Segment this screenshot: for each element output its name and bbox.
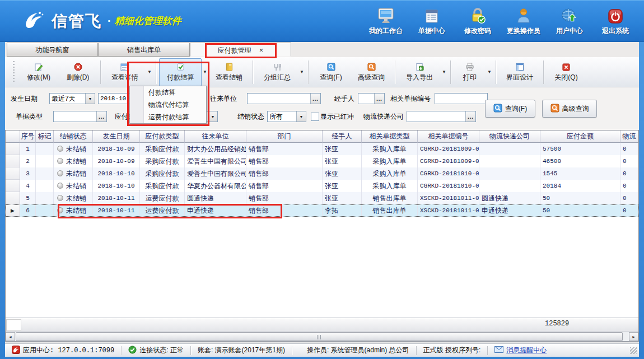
nav-label: 修改密码 <box>464 26 491 36</box>
nav-switch-operator[interactable]: 更换操作员 <box>501 4 547 36</box>
status-text: 正式版 授权序列号: <box>423 346 481 355</box>
chevron-down-icon[interactable]: ▼ <box>208 111 217 122</box>
cell-date: 2018-10-10 <box>93 167 140 180</box>
scrollbar-thumb[interactable] <box>16 332 623 341</box>
table-row[interactable]: 1未结销2018-10-09采购应付款财大办公用品经销处销售部张亚采购入库单CG… <box>6 143 638 155</box>
column-header[interactable]: 结销状态 <box>54 130 93 143</box>
column-header[interactable]: 相关单据编号 <box>418 130 479 143</box>
tab-payables-active[interactable]: 应付款管理× <box>190 43 291 57</box>
brand-separator: · <box>108 15 111 27</box>
show-red-flush-label: 显示已红冲 <box>320 111 354 122</box>
payment-settle-dropdown-arrow[interactable]: ▼ <box>202 59 208 85</box>
group-summary-dropdown-arrow[interactable]: ▼ <box>298 59 305 85</box>
nav-user-center[interactable]: 用户中心 <box>547 4 592 36</box>
button-label: 删除(D) <box>67 73 90 82</box>
cell-mark <box>36 204 54 217</box>
row-selector-header[interactable] <box>6 130 20 143</box>
tab-label: 功能导航窗 <box>36 46 69 54</box>
cell-status: 未结销 <box>54 180 93 192</box>
cell-date: 2018-10-11 <box>93 192 140 204</box>
tab-sales-outbound[interactable]: 销售出库单 <box>98 43 190 57</box>
menu-item-logistics-agent-settle[interactable]: 物流代付结算 <box>130 99 206 111</box>
modify-button[interactable]: 修改(M) <box>19 58 58 86</box>
column-header[interactable]: 标记 <box>36 130 54 143</box>
message-center-link[interactable]: 消息提醒中心 <box>506 346 547 355</box>
status-message-center[interactable]: 消息提醒中心 <box>488 346 553 355</box>
scroll-right-arrow-icon[interactable]: ► <box>629 332 638 341</box>
table-row[interactable]: 2未结销2018-10-09采购应付款爱普生中国有限公司销售部张亚采购入库单CG… <box>6 155 638 167</box>
toolbar-separator <box>156 60 156 84</box>
import-export-button[interactable]: 导入导出 <box>398 58 441 86</box>
print-dropdown-arrow[interactable]: ▼ <box>486 59 493 85</box>
row-selector-cell[interactable] <box>6 192 20 204</box>
table-row[interactable]: 4未结销2018-10-10采购应付款华夏办公器材有限公司销售部张亚采购入库单C… <box>6 180 638 192</box>
table-row[interactable]: ▶6未结销2018-10-11运费应付款申通快递销售部李拓销售出库单XSCKD-… <box>6 204 638 217</box>
settle-status-ball-icon <box>57 170 63 176</box>
cell-dept: 销售部 <box>246 155 323 167</box>
ui-design-button[interactable]: 界面设计 <box>499 58 540 86</box>
current-row-marker-icon[interactable]: ▶ <box>6 204 20 217</box>
unit-input[interactable]: … <box>247 93 321 104</box>
scroll-left-arrow-icon[interactable]: ◄ <box>6 332 15 341</box>
settle-status-combo[interactable]: 所有 ▼ <box>267 111 306 122</box>
table-row[interactable]: 5未结销2018-10-11运费应付款圆通快递销售部张亚销售出库单XSCKD-2… <box>6 192 638 204</box>
chevron-down-icon[interactable]: ▼ <box>85 94 95 104</box>
advanced-query-button[interactable]: 高级查询 <box>351 58 392 86</box>
nav-change-password[interactable]: 修改密码 <box>455 4 501 36</box>
nav-my-workbench[interactable]: 我的工作台 <box>363 4 409 36</box>
unit-picker-button[interactable]: … <box>310 94 320 104</box>
view-settled-button[interactable]: 查看结销 <box>208 58 250 86</box>
nav-exit-system[interactable]: 退出系统 <box>592 4 638 36</box>
menu-item-freight-payment-settle[interactable]: 运费付款结算 <box>130 111 206 123</box>
view-detail-dropdown-arrow[interactable]: ▼ <box>146 59 153 85</box>
show-red-flush-checkbox[interactable] <box>311 113 319 121</box>
print-button[interactable]: 打印 <box>454 58 486 86</box>
column-header[interactable]: 经手人 <box>323 130 362 143</box>
horizontal-scrollbar[interactable]: ◄ ► <box>6 331 638 341</box>
table-row[interactable]: 3未结销2018-10-10采购应付款爱普生中国有限公司销售部张亚采购入库单CG… <box>6 167 638 180</box>
rel-no-input[interactable] <box>435 93 488 104</box>
row-selector-cell[interactable] <box>6 155 20 167</box>
doc-type-picker-button[interactable]: … <box>96 111 106 122</box>
chevron-down-icon[interactable]: ▼ <box>296 111 306 122</box>
nav-document-center[interactable]: 单据中心 <box>409 4 455 36</box>
group-summary-button[interactable]: 分组汇总 <box>256 58 298 86</box>
column-header[interactable]: 往来单位 <box>185 130 246 143</box>
row-selector-cell[interactable] <box>6 143 20 155</box>
status-app-center: 应用中心: 127.0.0.1:7099 <box>5 346 121 355</box>
column-header[interactable]: 应付款类型 <box>140 130 185 143</box>
cell-unit: 爱普生中国有限公司 <box>185 155 246 167</box>
menu-item-payment-settle[interactable]: 付款结算 <box>130 86 206 99</box>
column-header[interactable]: 物流快递公司 <box>479 130 540 143</box>
column-header[interactable]: 相关单据类型 <box>362 130 418 143</box>
handler-input[interactable]: … <box>358 93 385 104</box>
column-header[interactable]: 发生日期 <box>93 130 140 143</box>
handler-picker-button[interactable]: … <box>374 94 384 104</box>
settle-status-ball-icon <box>57 183 63 189</box>
cell-type: 运费应付款 <box>140 204 185 217</box>
date-range-combo[interactable]: 最近7天 ▼ <box>49 93 95 104</box>
settle-status-text: 未结销 <box>66 194 86 202</box>
toolbar-separator <box>496 60 496 84</box>
logistics-company-input[interactable]: … <box>407 111 476 122</box>
connection-ok-icon <box>128 346 137 356</box>
delete-button[interactable]: 删除(D) <box>58 58 97 86</box>
tab-function-nav[interactable]: 功能导航窗 <box>7 43 98 57</box>
row-selector-cell[interactable] <box>6 180 20 192</box>
row-selector-cell[interactable] <box>6 167 20 180</box>
button-label: 修改(M) <box>27 73 50 82</box>
column-header[interactable]: 部门 <box>246 130 323 143</box>
import-export-dropdown-arrow[interactable]: ▼ <box>441 59 447 85</box>
doc-type-input[interactable]: … <box>53 111 107 122</box>
logistics-picker-button[interactable]: … <box>465 111 475 122</box>
close-button[interactable]: 关闭(Q) <box>547 58 586 86</box>
payment-settle-button[interactable]: 付款结算 <box>159 58 202 86</box>
column-header[interactable]: 应付金额 <box>540 130 620 143</box>
query-filter-button[interactable]: 查询(F) <box>485 100 535 118</box>
column-header[interactable]: 序号 <box>20 130 36 143</box>
view-detail-button[interactable]: 查看详情 <box>104 58 146 86</box>
tab-close-icon[interactable]: × <box>259 43 264 57</box>
advanced-query-filter-button[interactable]: 高级查询 <box>542 100 597 118</box>
query-button[interactable]: 查询(F) <box>311 58 351 86</box>
column-header[interactable]: 物流 <box>620 130 638 143</box>
